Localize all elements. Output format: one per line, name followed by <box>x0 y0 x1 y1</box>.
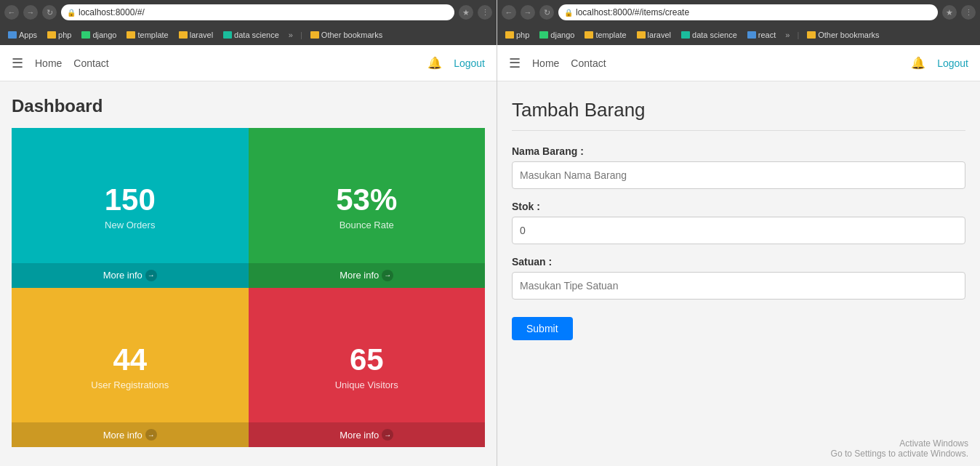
right-bookmark-php[interactable]: php <box>502 29 533 41</box>
more-info-arrow-4: → <box>382 429 393 441</box>
left-main-content: Dashboard 150 New Orders More info → 53%… <box>0 81 497 466</box>
right-logout-link[interactable]: Logout <box>937 57 968 69</box>
card-user-reg-label: User Registrations <box>91 379 169 390</box>
right-forward-button[interactable]: → <box>521 5 535 20</box>
card-user-reg-footer[interactable]: More info → <box>12 422 249 447</box>
right-bookmark-laravel[interactable]: laravel <box>633 29 675 41</box>
left-app-nav: ☰ Home Contact 🔔 Logout <box>0 45 497 81</box>
form-container: Tambah Barang Nama Barang : Stok : Satua… <box>497 81 980 466</box>
card-unique-visitors-value: 65 <box>350 345 384 375</box>
right-app-nav: ☰ Home Contact 🔔 Logout <box>497 45 980 81</box>
back-button[interactable]: ← <box>4 5 19 20</box>
bookmark-php[interactable]: php <box>44 29 75 41</box>
right-bookmarks-bar: php django template laravel data science… <box>497 25 980 45</box>
right-bookmark-template[interactable]: template <box>581 29 630 41</box>
right-address-bar[interactable]: 🔒 localhost:8000/#/items/create <box>558 4 938 20</box>
dashboard-title: Dashboard <box>12 96 485 116</box>
reload-button[interactable]: ↻ <box>42 5 57 20</box>
left-address-bar[interactable]: 🔒 localhost:8000/#/ <box>61 4 454 20</box>
card-bounce-rate-label: Bounce Rate <box>340 220 394 230</box>
satuan-input[interactable] <box>512 272 965 300</box>
right-nav-home[interactable]: Home <box>532 57 559 69</box>
satuan-label: Satuan : <box>512 256 965 268</box>
right-browser-chrome: ← → ↻ 🔒 localhost:8000/#/items/create ★ … <box>497 0 980 45</box>
left-panel: ← → ↻ 🔒 localhost:8000/#/ ★ ⋮ Apps php d… <box>0 0 497 466</box>
submit-button[interactable]: Submit <box>512 317 573 340</box>
more-info-arrow-2: → <box>382 270 393 281</box>
right-bookmark-star[interactable]: ★ <box>942 5 957 20</box>
right-panel: ← → ↻ 🔒 localhost:8000/#/items/create ★ … <box>497 0 980 466</box>
right-bookmark-django[interactable]: django <box>536 29 578 41</box>
card-unique-visitors-label: Unique Visitors <box>335 379 398 390</box>
menu-button[interactable]: ⋮ <box>478 5 492 20</box>
card-new-orders: 150 New Orders More info → <box>12 128 249 288</box>
card-bounce-rate-value: 53% <box>336 185 397 215</box>
card-new-orders-footer[interactable]: More info → <box>12 263 249 288</box>
nama-barang-label: Nama Barang : <box>512 145 965 157</box>
bookmark-data-science[interactable]: data science <box>220 29 283 41</box>
stok-input[interactable] <box>512 217 965 244</box>
left-url: localhost:8000/#/ <box>79 7 145 17</box>
right-bell-icon[interactable]: 🔔 <box>911 56 925 70</box>
right-hamburger-icon[interactable]: ☰ <box>509 55 521 71</box>
satuan-group: Satuan : <box>512 256 965 300</box>
card-unique-visitors-footer[interactable]: More info → <box>249 422 486 447</box>
bookmark-apps[interactable]: Apps <box>4 29 41 41</box>
right-reload-button[interactable]: ↻ <box>539 5 554 20</box>
card-bounce-rate-footer[interactable]: More info → <box>249 263 486 288</box>
bookmark-laravel[interactable]: laravel <box>175 29 217 41</box>
left-toolbar: ← → ↻ 🔒 localhost:8000/#/ ★ ⋮ <box>0 0 497 25</box>
right-lock-icon: 🔒 <box>564 9 573 17</box>
more-info-arrow-3: → <box>145 429 157 441</box>
form-title: Tambah Barang <box>512 99 965 131</box>
nama-barang-group: Nama Barang : <box>512 145 965 189</box>
more-info-arrow-1: → <box>145 270 157 281</box>
right-url: localhost:8000/#/items/create <box>576 7 689 17</box>
left-nav-home[interactable]: Home <box>35 57 62 69</box>
left-browser-chrome: ← → ↻ 🔒 localhost:8000/#/ ★ ⋮ Apps php d… <box>0 0 497 45</box>
bookmarks-more[interactable]: » <box>286 29 296 41</box>
left-bell-icon[interactable]: 🔔 <box>427 56 442 70</box>
right-panel-inner: Tambah Barang Nama Barang : Stok : Satua… <box>497 81 980 466</box>
bookmark-template[interactable]: template <box>123 29 172 41</box>
stok-label: Stok : <box>512 201 965 212</box>
right-back-button[interactable]: ← <box>502 5 516 20</box>
bookmark-django[interactable]: django <box>78 29 120 41</box>
left-hamburger-icon[interactable]: ☰ <box>12 55 23 71</box>
right-nav-contact[interactable]: Contact <box>571 57 606 69</box>
stok-group: Stok : <box>512 201 965 244</box>
bookmark-star[interactable]: ★ <box>459 5 473 20</box>
card-bounce-rate: 53% Bounce Rate More info → <box>249 128 486 288</box>
other-bookmarks[interactable]: Other bookmarks <box>307 29 386 41</box>
cards-grid: 150 New Orders More info → 53% Bounce Ra… <box>12 128 485 447</box>
right-bookmarks-more[interactable]: » <box>782 29 792 41</box>
right-other-bookmarks[interactable]: Other bookmarks <box>803 29 883 41</box>
right-bookmark-data-science[interactable]: data science <box>678 29 741 41</box>
right-toolbar: ← → ↻ 🔒 localhost:8000/#/items/create ★ … <box>497 0 980 25</box>
card-user-registrations: 44 User Registrations More info → <box>12 288 249 448</box>
card-new-orders-value: 150 <box>105 185 156 215</box>
right-menu-button[interactable]: ⋮ <box>961 5 976 20</box>
forward-button[interactable]: → <box>23 5 38 20</box>
card-unique-visitors: 65 Unique Visitors More info → <box>249 288 486 448</box>
card-new-orders-label: New Orders <box>105 220 155 230</box>
left-nav-contact[interactable]: Contact <box>73 57 108 69</box>
card-user-reg-value: 44 <box>113 345 147 375</box>
nama-barang-input[interactable] <box>512 161 965 189</box>
right-bookmark-react[interactable]: react <box>744 29 779 41</box>
left-bookmarks-bar: Apps php django template laravel data sc… <box>0 25 497 45</box>
left-logout-link[interactable]: Logout <box>454 57 485 69</box>
lock-icon: 🔒 <box>67 9 76 17</box>
